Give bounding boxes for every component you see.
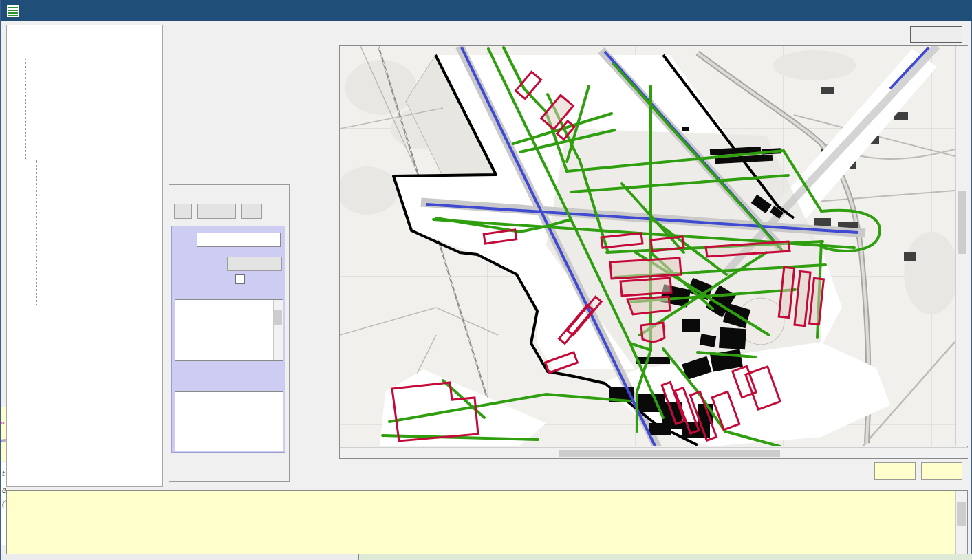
app-icon	[7, 5, 19, 17]
help-text	[17, 497, 947, 504]
map-drawing	[340, 46, 955, 446]
helicopter-stand-checkbox[interactable]	[235, 274, 245, 284]
scrollbar-thumb[interactable]	[958, 191, 966, 254]
cursor-x-coordinate	[874, 462, 916, 480]
navigation-tree	[6, 25, 163, 487]
scroll-up-icon[interactable]	[274, 300, 283, 309]
coordinates-listbox[interactable]	[175, 391, 283, 451]
load-map-button[interactable]	[910, 26, 962, 43]
tree-connector	[36, 160, 37, 305]
map-frame	[339, 45, 968, 459]
individual-positions-listbox[interactable]	[175, 299, 283, 361]
background-console-text	[358, 554, 972, 560]
scrollbar-thumb[interactable]	[559, 450, 780, 457]
scroll-down-icon[interactable]	[956, 544, 967, 553]
help-panel	[6, 490, 968, 554]
tree-connector	[25, 59, 26, 160]
parameters-panel	[171, 226, 285, 453]
scrollbar-thumb[interactable]	[957, 502, 966, 526]
minimize-button[interactable]	[878, 0, 909, 21]
background-window-sliver: o vw t e (	[1, 399, 6, 554]
scrollbar-thumb[interactable]	[274, 310, 282, 325]
prev-object-button[interactable]	[174, 204, 192, 219]
object-select[interactable]	[197, 204, 236, 219]
scroll-down-icon[interactable]	[274, 352, 283, 360]
map-vertical-scrollbar[interactable]	[955, 46, 968, 446]
map-horizontal-scrollbar[interactable]	[340, 447, 968, 458]
list-scrollbar[interactable]	[273, 300, 283, 360]
scroll-up-icon[interactable]	[956, 491, 967, 500]
cursor-y-coordinate	[921, 462, 962, 480]
close-button[interactable]	[941, 0, 972, 21]
handling-type-select[interactable]	[227, 257, 282, 271]
map-canvas[interactable]	[340, 46, 955, 446]
divider	[1, 488, 972, 488]
help-scrollbar[interactable]	[955, 491, 967, 554]
app-window: o vw t e (	[0, 0, 972, 560]
background-window-strip	[1, 554, 972, 560]
name-input[interactable]	[197, 233, 281, 247]
next-object-button[interactable]	[241, 204, 262, 219]
maximize-button[interactable]	[909, 0, 941, 21]
title-bar[interactable]	[1, 0, 972, 21]
